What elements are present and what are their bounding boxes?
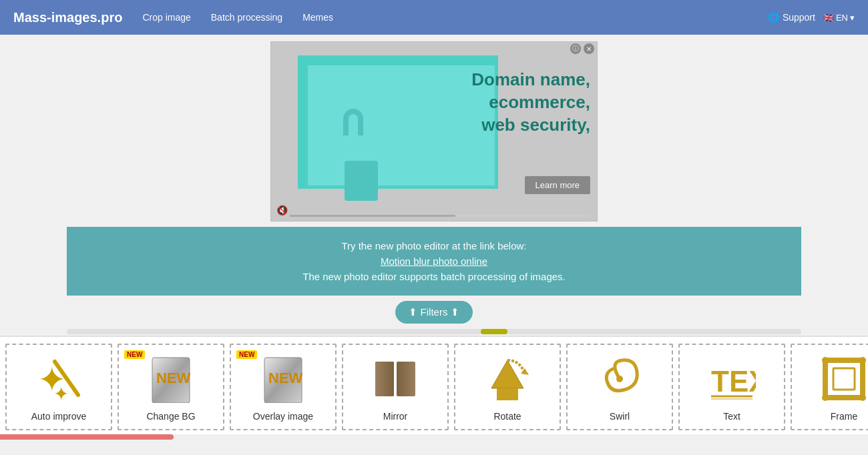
navbar-right: 🌐 Support 🇬🇧 EN ▾ [768, 12, 855, 23]
ad-progress-fill [290, 215, 455, 217]
svg-rect-18 [825, 360, 863, 398]
svg-rect-10 [397, 362, 415, 396]
flag-icon: 🇬🇧 [823, 13, 834, 23]
ad-text-area: Domain name,ecommerce,web security, [471, 69, 590, 136]
language-label: EN [836, 13, 848, 23]
tool-icon-mirror [369, 352, 422, 406]
tool-card-rotate[interactable]: Rotate [454, 344, 561, 430]
tool-icon-rotate [481, 352, 534, 406]
lock-body [345, 161, 378, 201]
motion-blur-link[interactable]: Motion blur photo online [87, 256, 781, 267]
bottom-progress-bar [0, 434, 174, 440]
svg-point-22 [822, 394, 829, 401]
ad-banner: ⓘ ✕ Domain name,ecommerce,web security, … [270, 41, 598, 221]
language-selector[interactable]: 🇬🇧 EN ▾ [823, 13, 855, 23]
tool-label-mirror: Mirror [383, 411, 408, 422]
lock-shackle [343, 109, 363, 135]
chevron-down-icon: ▾ [850, 13, 855, 23]
filters-button[interactable]: ⬆ Filters ⬆ [395, 301, 472, 324]
ad-container: ⓘ ✕ Domain name,ecommerce,web security, … [0, 35, 868, 227]
tool-card-change-bg[interactable]: NEWNEWChange BG [118, 344, 224, 430]
scrollbar-thumb[interactable] [481, 329, 507, 334]
svg-rect-12 [497, 388, 518, 400]
tool-label-auto-improve: Auto improve [31, 411, 86, 422]
tool-icon-frame [817, 352, 868, 406]
main-area: ⓘ ✕ Domain name,ecommerce,web security, … [0, 35, 868, 455]
tool-icon-change-bg: NEW [144, 352, 198, 406]
tool-label-overlay-image: Overlay image [253, 411, 313, 422]
brand-link[interactable]: Mass-images.pro [13, 10, 122, 25]
svg-rect-9 [375, 362, 394, 396]
tool-icon-auto-improve: ✦✦ [32, 352, 85, 406]
tool-icon-text: TEXT [705, 352, 758, 406]
ad-info-bar: ⓘ ✕ [568, 42, 597, 55]
tool-label-change-bg: Change BG [146, 411, 195, 422]
tools-row: ✦✦Auto improveNEWNEWChange BGNEWNEWOverl… [0, 336, 868, 434]
tool-label-swirl: Swirl [610, 411, 630, 422]
svg-rect-19 [833, 368, 855, 390]
ad-info-icon[interactable]: ⓘ [570, 43, 581, 54]
ad-headline: Domain name,ecommerce,web security, [471, 69, 590, 136]
new-badge: NEW [236, 350, 257, 359]
svg-point-23 [859, 394, 866, 401]
svg-point-20 [822, 357, 829, 364]
ad-mute-icon[interactable]: 🔇 [276, 205, 288, 215]
bottom-bar [0, 434, 868, 440]
new-badge: NEW [124, 350, 145, 359]
info-bar-text2: The new photo editor supports batch proc… [87, 271, 781, 282]
lock-illustration [338, 134, 385, 207]
ad-teal-background2 [308, 65, 495, 185]
nav-crop-image[interactable]: Crop image [142, 12, 190, 23]
tool-icon-swirl [593, 352, 646, 406]
tool-card-mirror[interactable]: Mirror [342, 344, 449, 430]
tool-label-text: Text [723, 411, 740, 422]
tool-label-rotate: Rotate [493, 411, 521, 422]
ad-learn-more-button[interactable]: Learn more [525, 176, 590, 194]
nav-batch-processing[interactable]: Batch processing [211, 12, 282, 23]
tool-card-frame[interactable]: Frame [791, 344, 868, 430]
ad-close-icon[interactable]: ✕ [584, 43, 594, 54]
tool-card-text[interactable]: TEXTText [678, 344, 785, 430]
nav-memes[interactable]: Memes [302, 12, 333, 23]
svg-point-21 [859, 357, 866, 364]
tool-card-overlay-image[interactable]: NEWNEWOverlay image [230, 344, 337, 430]
tool-label-frame: Frame [831, 411, 857, 422]
ad-progress-bar [290, 215, 590, 217]
info-bar-text1: Try the new photo editor at the link bel… [87, 240, 781, 252]
svg-text:✦: ✦ [53, 384, 69, 403]
svg-text:NEW: NEW [156, 370, 191, 386]
svg-point-14 [616, 376, 623, 382]
tool-card-auto-improve[interactable]: ✦✦Auto improve [5, 344, 112, 430]
tool-card-swirl[interactable]: Swirl [566, 344, 673, 430]
horizontal-scrollbar[interactable] [67, 329, 801, 334]
info-bar: Try the new photo editor at the link bel… [67, 227, 801, 296]
svg-text:NEW: NEW [268, 370, 303, 386]
filters-row: ⬆ Filters ⬆ [0, 301, 868, 324]
tool-icon-overlay-image: NEW [256, 352, 310, 406]
support-link[interactable]: 🌐 Support [768, 12, 815, 23]
support-globe-icon: 🌐 [768, 12, 779, 23]
svg-text:TEXT: TEXT [711, 365, 756, 398]
navbar: Mass-images.pro Crop image Batch process… [0, 0, 868, 35]
